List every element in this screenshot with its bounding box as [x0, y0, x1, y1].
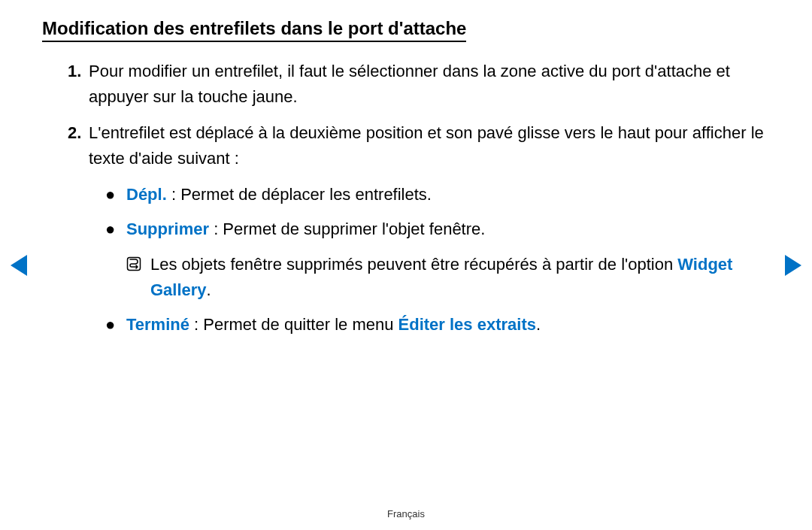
next-page-arrow[interactable] — [785, 255, 801, 276]
prev-page-arrow[interactable] — [11, 255, 27, 276]
help-item-done: ● Terminé : Permet de quitter le menu Éd… — [105, 312, 770, 338]
done-label: Terminé — [126, 315, 189, 334]
bullet-icon: ● — [105, 182, 126, 207]
help-item-done-text: Terminé : Permet de quitter le menu Édit… — [126, 312, 770, 338]
note-suffix: . — [207, 280, 211, 299]
done-suffix: . — [536, 315, 541, 334]
page-title: Modification des entrefilets dans le por… — [42, 18, 466, 42]
edit-extracts-label: Éditer les extraits — [398, 315, 536, 334]
delete-desc: : Permet de supprimer l'objet fenêtre. — [209, 220, 485, 238]
move-label: Dépl. — [126, 185, 167, 204]
step-1: 1. Pour modifier un entrefilet, il faut … — [42, 59, 770, 110]
help-item-move: ● Dépl. : Permet de déplacer les entrefi… — [105, 182, 770, 207]
step-2: 2. L'entrefilet est déplacé à la deuxièm… — [42, 120, 770, 171]
page-content: Modification des entrefilets dans le por… — [0, 0, 812, 338]
help-text-list: ● Dépl. : Permet de déplacer les entrefi… — [42, 182, 770, 337]
help-item-delete: ● Supprimer : Permet de supprimer l'obje… — [105, 217, 770, 242]
bullet-icon: ● — [105, 217, 126, 242]
help-item-move-text: Dépl. : Permet de déplacer les entrefile… — [126, 182, 770, 207]
move-desc: : Permet de déplacer les entrefilets. — [167, 185, 432, 204]
bullet-icon: ● — [105, 312, 126, 338]
step-2-number: 2. — [68, 120, 89, 171]
step-2-text: L'entrefilet est déplacé à la deuxième p… — [89, 120, 770, 171]
done-mid: : Permet de quitter le menu — [189, 315, 398, 334]
help-note-text: Les objets fenêtre supprimés peuvent êtr… — [150, 252, 770, 303]
step-1-text: Pour modifier un entrefilet, il faut le … — [89, 59, 770, 110]
delete-label: Supprimer — [126, 220, 209, 238]
step-1-number: 1. — [68, 59, 89, 110]
page-footer-language: Français — [0, 508, 812, 519]
note-icon — [126, 252, 150, 303]
note-prefix: Les objets fenêtre supprimés peuvent êtr… — [150, 255, 677, 274]
help-item-delete-text: Supprimer : Permet de supprimer l'objet … — [126, 217, 770, 242]
help-note: Les objets fenêtre supprimés peuvent êtr… — [105, 252, 770, 303]
